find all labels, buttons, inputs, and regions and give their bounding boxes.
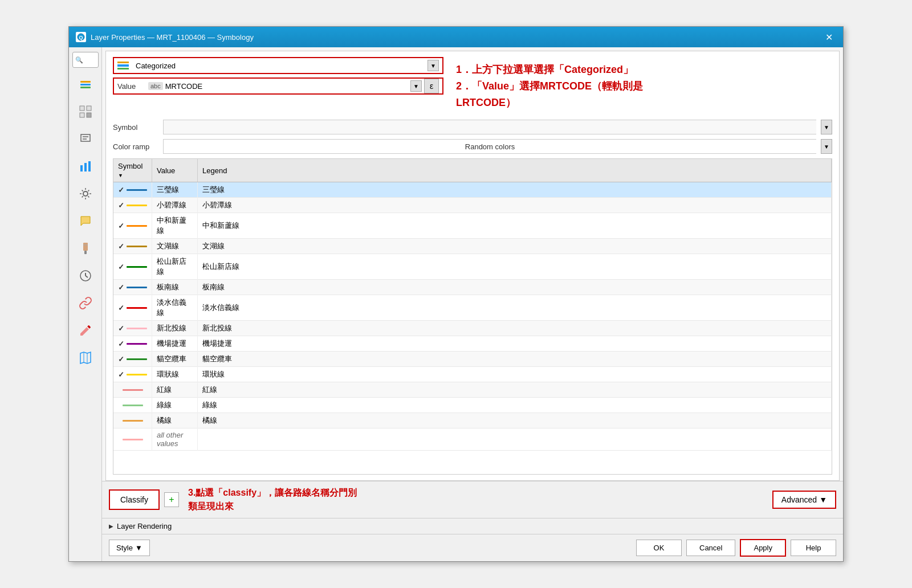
titlebar: Q Layer Properties — MRT_1100406 — Symbo… bbox=[69, 27, 843, 47]
sidebar-item-edit[interactable] bbox=[72, 317, 99, 344]
epsilon-button[interactable]: ε bbox=[424, 79, 439, 93]
advanced-button[interactable]: Advanced ▼ bbox=[772, 491, 836, 509]
cell-symbol[interactable]: ✓ bbox=[113, 198, 152, 213]
row-checkbox[interactable]: ✓ bbox=[118, 242, 124, 251]
annotation-line2: 2．「Value」選擇MRTCODE（輕軌則是 bbox=[456, 78, 825, 95]
table-row[interactable]: ✓ 三瑩線三瑩線 bbox=[113, 182, 832, 198]
row-checkbox[interactable] bbox=[118, 435, 120, 444]
line-color-sample bbox=[127, 189, 147, 191]
table-row[interactable]: ✓ 貓空纜車貓空纜車 bbox=[113, 352, 832, 367]
app-icon: Q bbox=[76, 32, 86, 42]
cell-value: all other values bbox=[152, 428, 198, 451]
cell-symbol[interactable] bbox=[113, 398, 152, 413]
cell-symbol[interactable]: ✓ bbox=[113, 213, 152, 239]
row-checkbox[interactable]: ✓ bbox=[118, 283, 124, 292]
table-row[interactable]: ✓ 淡水信義線淡水信義線 bbox=[113, 295, 832, 321]
row-checkbox[interactable]: ✓ bbox=[118, 186, 124, 194]
table-row[interactable]: 橘線橘線 bbox=[113, 413, 832, 428]
sidebar-item-map[interactable] bbox=[72, 345, 99, 371]
table-row[interactable]: 綠線綠線 bbox=[113, 398, 832, 413]
cell-symbol[interactable]: ✓ bbox=[113, 239, 152, 254]
style-button[interactable]: Style ▼ bbox=[109, 540, 150, 556]
table-row[interactable]: ✓ 板南線板南線 bbox=[113, 280, 832, 295]
layer-rendering-row[interactable]: ▶ Layer Rendering bbox=[102, 518, 843, 534]
line-color-sample bbox=[127, 358, 147, 360]
categorized-arrow[interactable]: ▼ bbox=[427, 60, 439, 71]
color-ramp-row: Color ramp Random colors ▼ bbox=[113, 139, 832, 154]
symbol-display[interactable] bbox=[163, 120, 816, 134]
row-checkbox[interactable]: ✓ bbox=[118, 324, 124, 333]
sidebar-item-labels[interactable] bbox=[72, 126, 99, 152]
cell-symbol[interactable]: ✓ bbox=[113, 280, 152, 295]
sidebar-item-styling[interactable] bbox=[72, 99, 99, 125]
cell-value: 綠線 bbox=[152, 398, 198, 413]
color-ramp-dropdown-btn[interactable]: ▼ bbox=[821, 139, 832, 154]
table-row[interactable]: all other values bbox=[113, 428, 832, 451]
cancel-button[interactable]: Cancel bbox=[686, 540, 735, 556]
table-row[interactable]: 紅線紅線 bbox=[113, 382, 832, 398]
apply-button[interactable]: Apply bbox=[740, 539, 786, 557]
value-text: 文湖線 bbox=[157, 242, 179, 250]
style-label: Style bbox=[116, 544, 133, 552]
cell-symbol[interactable]: ✓ bbox=[113, 254, 152, 280]
cat-line-3 bbox=[117, 68, 129, 70]
table-row[interactable]: ✓ 環狀線環狀線 bbox=[113, 367, 832, 382]
cell-symbol[interactable] bbox=[113, 413, 152, 428]
top-section: Categorized ▼ Value abc MRTCODE ▼ ε bbox=[113, 57, 832, 115]
cell-symbol[interactable] bbox=[113, 428, 152, 451]
row-checkbox[interactable] bbox=[118, 386, 120, 394]
sidebar-item-settings[interactable] bbox=[72, 181, 99, 207]
ok-button[interactable]: OK bbox=[636, 540, 682, 556]
table-row[interactable]: ✓ 松山新店線松山新店線 bbox=[113, 254, 832, 280]
row-checkbox[interactable]: ✓ bbox=[118, 370, 124, 379]
bottom-annotation-line2: 類呈現出來 bbox=[188, 500, 357, 513]
cell-symbol[interactable]: ✓ bbox=[113, 321, 152, 336]
cell-symbol[interactable]: ✓ bbox=[113, 367, 152, 382]
svg-text:Q: Q bbox=[79, 35, 83, 40]
row-checkbox[interactable]: ✓ bbox=[118, 222, 124, 230]
cell-symbol[interactable]: ✓ bbox=[113, 295, 152, 321]
row-checkbox[interactable]: ✓ bbox=[118, 304, 124, 312]
row-checkbox[interactable]: ✓ bbox=[118, 263, 124, 271]
line-color-sample bbox=[127, 328, 147, 329]
table-container[interactable]: Symbol Value Legend ✓ 三瑩線三瑩線 ✓ 小碧潭線小碧潭線 … bbox=[113, 158, 832, 475]
search-bar[interactable]: 🔍 bbox=[72, 52, 99, 68]
cell-symbol[interactable]: ✓ bbox=[113, 352, 152, 367]
line-color-sample bbox=[127, 225, 147, 227]
cell-symbol[interactable]: ✓ bbox=[113, 336, 152, 352]
svg-rect-12 bbox=[80, 165, 83, 172]
classify-button[interactable]: Classify bbox=[109, 489, 160, 510]
sidebar-item-clock[interactable] bbox=[72, 263, 99, 289]
color-ramp-display[interactable]: Random colors bbox=[163, 139, 816, 154]
help-button[interactable]: Help bbox=[791, 540, 836, 556]
table-row[interactable]: ✓ 文湖線文湖線 bbox=[113, 239, 832, 254]
categorized-dropdown[interactable]: Categorized ▼ bbox=[113, 57, 443, 74]
sidebar-item-layers[interactable] bbox=[72, 71, 99, 97]
table-row[interactable]: ✓ 機場捷運機場捷運 bbox=[113, 336, 832, 352]
table-row[interactable]: ✓ 小碧潭線小碧潭線 bbox=[113, 198, 832, 213]
close-button[interactable]: ✕ bbox=[822, 31, 836, 44]
sidebar-item-chat[interactable] bbox=[72, 208, 99, 234]
sidebar-item-link[interactable] bbox=[72, 290, 99, 316]
cell-symbol[interactable] bbox=[113, 382, 152, 398]
table-row[interactable]: ✓ 新北投線新北投線 bbox=[113, 321, 832, 336]
row-checkbox[interactable]: ✓ bbox=[118, 201, 124, 210]
value-dropdown-btn[interactable]: ▼ bbox=[410, 80, 422, 92]
value-text: 綠線 bbox=[157, 401, 172, 409]
col-symbol: Symbol bbox=[113, 159, 152, 182]
symbol-dropdown-btn[interactable]: ▼ bbox=[821, 120, 832, 134]
value-text: 貓空纜車 bbox=[157, 354, 186, 363]
row-checkbox[interactable] bbox=[118, 401, 120, 410]
sidebar-item-diagram[interactable] bbox=[72, 153, 99, 179]
cell-symbol[interactable]: ✓ bbox=[113, 182, 152, 198]
svg-rect-3 bbox=[80, 84, 91, 85]
table-row[interactable]: ✓ 中和新蘆線中和新蘆線 bbox=[113, 213, 832, 239]
categorized-icon bbox=[117, 62, 129, 70]
categorized-label-part: Categorized bbox=[117, 62, 427, 70]
sidebar-item-paint[interactable] bbox=[72, 235, 99, 262]
row-checkbox[interactable]: ✓ bbox=[118, 340, 124, 348]
row-checkbox[interactable]: ✓ bbox=[118, 355, 124, 364]
cell-value: 三瑩線 bbox=[152, 182, 198, 198]
row-checkbox[interactable] bbox=[118, 416, 120, 425]
plus-button[interactable]: + bbox=[164, 492, 179, 507]
